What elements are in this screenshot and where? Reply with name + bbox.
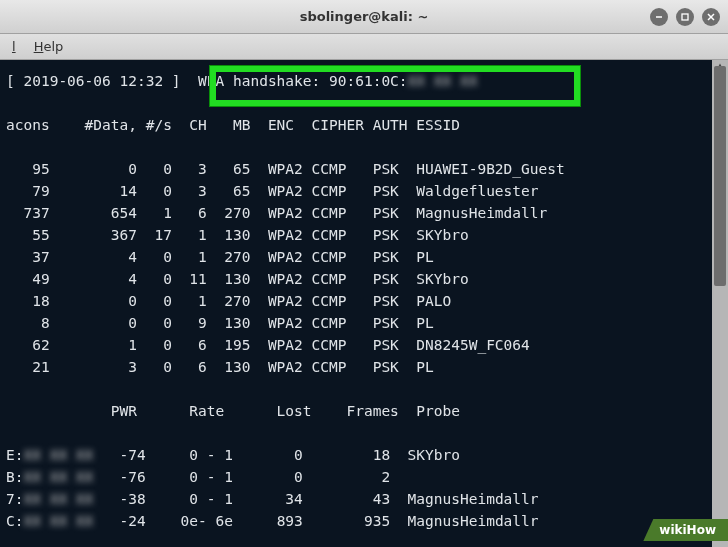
- client-row: 7:XX XX XX -38 0 - 1 34 43 MagnusHeimdal…: [0, 488, 728, 510]
- ap-row: 95 0 0 3 65 WPA2 CCMP PSK HUAWEI-9B2D_Gu…: [0, 158, 728, 180]
- menu-item-help[interactable]: Help: [34, 39, 64, 54]
- scroll-thumb[interactable]: [714, 66, 726, 286]
- ap-row: 18 0 0 1 270 WPA2 CCMP PSK PALO: [0, 290, 728, 312]
- maximize-button[interactable]: [676, 8, 694, 26]
- status-line: [ 2019-06-06 12:32 ] WPA handshake: 90:6…: [0, 70, 728, 92]
- mac-blurred: XX XX XX: [23, 444, 93, 466]
- minimize-button[interactable]: [650, 8, 668, 26]
- ap-row: 21 3 0 6 130 WPA2 CCMP PSK PL: [0, 356, 728, 378]
- ap-row: 8 0 0 9 130 WPA2 CCMP PSK PL: [0, 312, 728, 334]
- client-row: C:XX XX XX -24 0e- 6e 893 935 MagnusHeim…: [0, 510, 728, 532]
- close-button[interactable]: [702, 8, 720, 26]
- ap-row: 37 4 0 1 270 WPA2 CCMP PSK PL: [0, 246, 728, 268]
- svg-rect-1: [682, 14, 688, 20]
- ap-row: 55 367 17 1 130 WPA2 CCMP PSK SKYbro: [0, 224, 728, 246]
- menubar: l Help: [0, 34, 728, 60]
- window-controls: [650, 8, 720, 26]
- client-row: E:XX XX XX -74 0 - 1 0 18 SKYbro: [0, 444, 728, 466]
- vertical-scrollbar[interactable]: ▴: [712, 60, 728, 547]
- menu-item-partial[interactable]: l: [12, 39, 16, 54]
- ap-row: 62 1 0 6 195 WPA2 CCMP PSK DN8245W_FC064: [0, 334, 728, 356]
- client-table-header: PWR Rate Lost Frames Probe: [0, 400, 728, 422]
- mac-blurred: XX XX XX: [23, 488, 93, 510]
- ap-table-header: acons #Data, #/s CH MB ENC CIPHER AUTH E…: [0, 114, 728, 136]
- ap-row: 737 654 1 6 270 WPA2 CCMP PSK MagnusHeim…: [0, 202, 728, 224]
- client-row: B:XX XX XX -76 0 - 1 0 2: [0, 466, 728, 488]
- mac-blurred: XX XX XX: [23, 466, 93, 488]
- window-titlebar: sbolinger@kali: ~: [0, 0, 728, 34]
- window-title: sbolinger@kali: ~: [300, 9, 429, 24]
- ap-row: 79 14 0 3 65 WPA2 CCMP PSK Waldgeflueste…: [0, 180, 728, 202]
- ap-row: 49 4 0 11 130 WPA2 CCMP PSK SKYbro: [0, 268, 728, 290]
- mac-blurred: XX XX XX: [23, 510, 93, 532]
- terminal-output[interactable]: [ 2019-06-06 12:32 ] WPA handshake: 90:6…: [0, 60, 728, 547]
- mac-blurred: XX XX XX: [408, 70, 478, 92]
- wikihow-watermark: wikiHow: [643, 519, 728, 541]
